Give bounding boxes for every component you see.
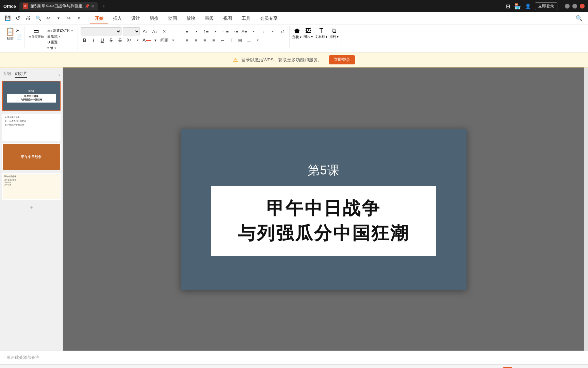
maximize-button[interactable] <box>572 4 577 9</box>
print-btn[interactable]: 🖨 <box>23 13 33 23</box>
slide-thumb-4[interactable]: 甲午中日战争 ·战争爆发的背景 ·主要战役 ·战争结果 <box>2 173 61 200</box>
new-tab-btn[interactable]: + <box>101 3 107 9</box>
increase-font-btn[interactable]: A↑ <box>141 27 149 35</box>
tab-view[interactable]: 视图 <box>218 13 237 24</box>
indent-decrease-btn[interactable]: ←≡ <box>221 27 229 35</box>
char-spacing-btn[interactable]: 间距 <box>160 36 168 44</box>
status-bar: / 36 ⊞ 包裹 ⚠ 缺失字体 ✨ 智能美化 ▼ ☁ 备注 ▼ 💬 批注 ▣ … <box>0 364 588 368</box>
section-btn[interactable]: ≡节▼ <box>46 45 75 51</box>
paste-btn[interactable]: 📋 粘贴 <box>5 27 15 41</box>
align-dropdown[interactable]: ▼ <box>254 36 262 44</box>
bullet-dropdown[interactable]: ▼ <box>193 27 201 35</box>
right-scrollbar[interactable] <box>584 67 588 351</box>
tab-unsaved-dot <box>92 5 94 7</box>
redo-dropdown-btn[interactable]: ▼ <box>74 13 84 23</box>
current-page-start-btn[interactable]: ▭ 当前页开始 <box>28 27 45 39</box>
arrange-btn[interactable]: ⧉ 排列▼ <box>329 27 339 40</box>
distribute-btn[interactable]: ⊢ <box>218 36 227 44</box>
slide-thumb-wrapper-1: 第5课 甲午中日战争 与列强瓜分中国狂潮 <box>2 81 61 111</box>
slide-canvas: 第5课 甲午中日战争 与列强瓜分中国狂潮 <box>181 129 467 290</box>
reset-btn[interactable]: ↺重置 <box>46 40 75 45</box>
bold-btn[interactable]: B <box>81 36 89 44</box>
tab-home[interactable]: 开始 <box>90 13 108 24</box>
warning-icon: ⚠ <box>233 57 238 63</box>
tab-transitions[interactable]: 切换 <box>145 13 163 24</box>
vertical-bottom-btn[interactable]: ⊥ <box>245 36 253 44</box>
add-slide-btn[interactable]: + <box>2 203 61 213</box>
font-size-select[interactable] <box>123 27 140 35</box>
dropdown-btn[interactable]: ▼ <box>134 36 142 44</box>
shadow-btn[interactable]: S̶ <box>107 36 115 44</box>
search-btn[interactable]: 🔍 <box>574 14 584 23</box>
new-slide-btn[interactable]: ▭+新建幻灯片▼ <box>46 28 75 33</box>
tab-insert[interactable]: 插入 <box>108 13 127 24</box>
text-style-dropdown[interactable]: ▼ <box>250 27 258 35</box>
zoom-btn[interactable]: 🔍 <box>33 13 43 23</box>
clear-format-btn[interactable]: ✕ <box>160 27 168 35</box>
vertical-middle-btn[interactable]: ⊟ <box>236 36 244 44</box>
copy-btn[interactable]: 📄 <box>16 34 22 40</box>
slide-thumb-3[interactable]: 甲午中日战争 <box>2 143 61 170</box>
slide-2-item-1: 甲午中日战争 <box>5 116 58 119</box>
tab-review[interactable]: 审阅 <box>200 13 218 24</box>
vertical-top-btn[interactable]: ⊤ <box>227 36 235 44</box>
user-icon[interactable]: 👤 <box>525 3 531 9</box>
tab-tools[interactable]: 工具 <box>237 13 255 24</box>
close-button[interactable] <box>580 4 585 9</box>
line-spacing-btn[interactable]: ↕ <box>259 27 267 35</box>
slide-content-box[interactable]: 甲午中日战争 与列强瓜分中国狂潮 <box>211 186 436 256</box>
tab-animations[interactable]: 动画 <box>163 13 182 24</box>
font-color-btn[interactable]: A <box>143 36 151 44</box>
strikethrough-btn[interactable]: S <box>116 36 124 44</box>
shape-btn[interactable]: ⬟ 形状▼ <box>292 27 302 40</box>
highlight-btn[interactable]: ▼ <box>151 36 160 44</box>
superscript-btn[interactable]: X² <box>125 36 133 44</box>
tab-slideshow[interactable]: 放映 <box>182 13 200 24</box>
underline-btn[interactable]: U <box>98 36 107 44</box>
repeat-btn[interactable]: ↺ <box>13 13 22 23</box>
undo-dropdown-btn[interactable]: ▼ <box>54 13 63 23</box>
decrease-font-btn[interactable]: A↓ <box>151 27 159 35</box>
login-button-notification[interactable]: 立即登录 <box>329 55 355 64</box>
font-family-select[interactable] <box>81 27 121 35</box>
document-tab[interactable]: P 第5课 甲午中日战争与列强瓜 📌 <box>19 2 98 11</box>
redo-btn[interactable]: ↪ <box>64 13 74 23</box>
align-left-btn[interactable]: ≡ <box>183 36 191 44</box>
slide-3-preview: 甲午中日战争 <box>3 144 60 170</box>
tab-membership[interactable]: 会员专享 <box>255 13 282 24</box>
cut-btn[interactable]: ✂ <box>16 28 22 33</box>
notes-area[interactable]: 单击此处添加备注 <box>0 351 588 364</box>
textbox-btn[interactable]: T 文本框▼ <box>315 27 328 40</box>
undo-btn[interactable]: ↩ <box>44 13 53 23</box>
tab-design[interactable]: 设计 <box>127 13 145 24</box>
align-justify-btn[interactable]: ≡ <box>210 36 218 44</box>
num-list-btn[interactable]: 1≡ <box>202 27 210 35</box>
layout-icon[interactable]: ⊟ <box>506 3 510 10</box>
indent-increase-btn[interactable]: →≡ <box>231 27 239 35</box>
line-spacing-dropdown[interactable]: ▼ <box>269 27 277 35</box>
tab-outline[interactable]: 大纲 <box>3 71 11 78</box>
panel-collapse-btn[interactable]: ‹ <box>59 72 60 77</box>
slide-1-line2: 与列强瓜分中国狂潮 <box>9 98 54 102</box>
char-spacing-dropdown[interactable]: ▼ <box>169 36 177 44</box>
store-icon[interactable]: 🏪 <box>514 3 521 10</box>
slide-thumb-2[interactable]: 甲午中日战争 《马关条约》的签订 列强瓜分中国狂潮 <box>2 114 61 141</box>
tab-slides[interactable]: 幻灯片 <box>15 71 27 78</box>
image-btn[interactable]: 🖼 图片▼ <box>304 27 313 40</box>
format-buttons: B I U S̶ S X² ▼ A ▼ 间距 ▼ <box>81 36 177 44</box>
convert-btn[interactable]: ⇄ <box>278 27 287 35</box>
num-dropdown[interactable]: ▼ <box>212 27 220 35</box>
slide-thumb-1[interactable]: 第5课 甲午中日战争 与列强瓜分中国狂潮 <box>2 81 61 111</box>
text-style-btn[interactable]: A≡ <box>240 27 248 35</box>
align-center-btn[interactable]: ≡ <box>192 36 200 44</box>
align-right-btn[interactable]: ≡ <box>201 36 209 44</box>
slide-1-title: 第5课 <box>28 90 34 93</box>
save-quick-btn[interactable]: 💾 <box>3 13 12 23</box>
layout-btn[interactable]: ⊞版式▼ <box>46 34 75 39</box>
minimize-button[interactable] <box>565 4 570 9</box>
bullet-list-btn[interactable]: ≡ <box>183 27 191 35</box>
login-button-titlebar[interactable]: 立即登录 <box>535 2 557 10</box>
slide-2-item-3: 列强瓜分中国狂潮 <box>5 123 58 126</box>
slide-thumb-wrapper-4: 甲午中日战争 ·战争爆发的背景 ·主要战役 ·战争结果 <box>2 173 61 200</box>
italic-btn[interactable]: I <box>89 36 98 44</box>
